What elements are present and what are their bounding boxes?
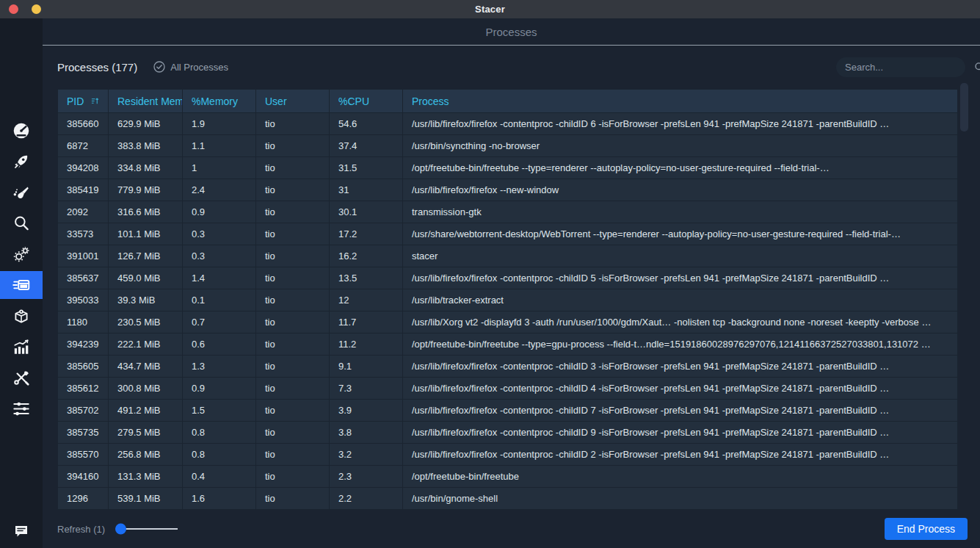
end-process-button[interactable]: End Process <box>885 518 968 540</box>
table-cell: 334.8 MiB <box>109 157 183 179</box>
sidebar-item-system-cleaner[interactable] <box>0 179 43 206</box>
sidebar-item-settings[interactable] <box>0 394 43 422</box>
column-header-user[interactable]: User <box>256 90 330 112</box>
table-cell: 101.1 MiB <box>109 223 183 245</box>
table-cell: /usr/lib/firefox/firefox -contentproc -c… <box>403 422 957 443</box>
table-row[interactable]: 385570256.8 MiB0.8tio3.2/usr/lib/firefox… <box>58 443 957 465</box>
table-cell: 459.0 MiB <box>109 267 183 289</box>
table-cell: 1.5 <box>183 400 256 421</box>
search-icon[interactable] <box>974 62 980 73</box>
table-row[interactable]: 6872383.8 MiB1.1tio37.4/usr/bin/syncthin… <box>58 134 957 156</box>
rocket-icon <box>12 152 31 171</box>
table-cell: 394208 <box>58 157 109 179</box>
table-row[interactable]: 391001126.7 MiB0.3tio16.2stacer <box>58 245 957 267</box>
table-cell: 39.3 MiB <box>109 289 183 311</box>
sidebar-item-feedback[interactable] <box>12 520 30 542</box>
table-cell: tio <box>256 378 330 399</box>
sidebar-item-processes[interactable] <box>0 271 43 299</box>
table-cell: 394239 <box>58 334 109 355</box>
table-row[interactable]: 394239222.1 MiB0.6tio11.2/opt/freetube-b… <box>58 333 957 355</box>
column-header-resident-memory[interactable]: Resident Memory <box>109 90 183 112</box>
main-area: Processes Processes (177) All Processes … <box>43 18 980 548</box>
table-cell: 12 <box>330 289 403 311</box>
slider-handle[interactable] <box>115 524 126 535</box>
sidebar-item-startup-apps[interactable] <box>0 148 43 176</box>
table-cell: 33573 <box>58 223 109 245</box>
table-row[interactable]: 385605434.7 MiB1.3tio9.1/usr/lib/firefox… <box>58 355 957 377</box>
search-input[interactable] <box>845 62 974 73</box>
speedometer-icon <box>12 121 31 140</box>
table-cell: stacer <box>403 245 957 267</box>
table-row[interactable]: 2092316.6 MiB0.9tio30.1transmission-gtk <box>58 201 957 223</box>
titlebar: Stacer <box>0 0 980 18</box>
table-cell: /usr/lib/firefox/firefox --new-window <box>403 179 957 201</box>
table-cell: tio <box>256 422 330 443</box>
search-box <box>836 57 965 77</box>
table-row[interactable]: 394208334.8 MiB1tio31.5/opt/freetube-bin… <box>58 156 957 179</box>
table-cell: /usr/bin/gnome-shell <box>403 488 957 509</box>
bar-chart-icon <box>12 337 31 356</box>
table-row[interactable]: 385702491.2 MiB1.5tio3.9/usr/lib/firefox… <box>58 399 957 421</box>
table-cell: 491.2 MiB <box>109 400 183 421</box>
table-row[interactable]: 394160131.3 MiB0.4tio2.3/opt/freetube-bi… <box>58 465 957 487</box>
table-row[interactable]: 385660629.9 MiB1.9tio54.6/usr/lib/firefo… <box>58 112 957 134</box>
table-cell: /usr/lib/firefox/firefox -contentproc -c… <box>403 113 957 134</box>
column-header-process[interactable]: Process <box>403 90 957 112</box>
table-cell: /usr/lib/firefox/firefox -contentproc -c… <box>403 267 957 289</box>
all-processes-toggle[interactable]: All Processes <box>153 61 228 73</box>
column-header-memory-percent[interactable]: %Memory <box>183 90 256 112</box>
table-cell: 16.2 <box>330 245 403 267</box>
table-cell: 131.3 MiB <box>109 466 183 487</box>
table-row[interactable]: 385637459.0 MiB1.4tio13.5/usr/lib/firefo… <box>58 267 957 289</box>
table-cell: 383.8 MiB <box>109 135 183 156</box>
table-cell: 316.6 MiB <box>109 201 183 223</box>
slider-track[interactable] <box>120 528 178 530</box>
table-cell: 0.9 <box>183 378 256 399</box>
table-row[interactable]: 33573101.1 MiB0.3tio17.2/usr/share/webto… <box>58 223 957 245</box>
table-cell: 300.8 MiB <box>109 378 183 399</box>
table-cell: tio <box>256 400 330 421</box>
table-cell: 0.1 <box>183 289 256 311</box>
table-cell: 0.8 <box>183 444 256 465</box>
table-cell: 1.4 <box>183 267 256 289</box>
table-cell: 6872 <box>58 135 109 156</box>
sidebar-item-search[interactable] <box>0 209 43 237</box>
sidebar-item-uninstaller[interactable] <box>0 302 43 330</box>
column-header-pid[interactable]: PID <box>58 90 109 112</box>
check-circle-icon <box>153 61 165 73</box>
sidebar-item-dashboard[interactable] <box>0 117 43 145</box>
table-cell: tio <box>256 444 330 465</box>
table-cell: tio <box>256 311 330 333</box>
sidebar-item-resources[interactable] <box>0 333 43 361</box>
table-cell: tio <box>256 113 330 134</box>
table-cell: 395033 <box>58 289 109 311</box>
table-cell: 9.1 <box>330 356 403 377</box>
table-row[interactable]: 385612300.8 MiB0.9tio7.3/usr/lib/firefox… <box>58 377 957 399</box>
package-icon <box>12 306 31 325</box>
table-cell: tio <box>256 488 330 509</box>
table-row[interactable]: 385419779.9 MiB2.4tio31/usr/lib/firefox/… <box>58 179 957 201</box>
table-cell: 391001 <box>58 245 109 267</box>
table-row[interactable]: 1180230.5 MiB0.7tio11.7/usr/lib/Xorg vt2… <box>58 311 957 333</box>
table-cell: transmission-gtk <box>403 201 957 223</box>
table-scrollbar-thumb[interactable] <box>960 83 968 131</box>
sidebar-item-services[interactable] <box>0 240 43 268</box>
toolbar: Processes (177) All Processes <box>57 46 973 87</box>
table-cell: 434.7 MiB <box>109 356 183 377</box>
table-cell: /usr/lib/firefox/firefox -contentproc -c… <box>403 444 957 465</box>
table-cell: tio <box>256 201 330 223</box>
table-cell: /opt/freetube-bin/freetube <box>403 466 957 487</box>
table-cell: 629.9 MiB <box>109 113 183 134</box>
table-cell: tio <box>256 334 330 355</box>
sidebar-item-helpers[interactable] <box>0 364 43 392</box>
table-cell: /usr/lib/tracker-extract <box>403 289 957 311</box>
column-header-cpu-percent[interactable]: %CPU <box>330 90 403 112</box>
table-cell: 1 <box>183 157 256 179</box>
table-row[interactable]: 39503339.3 MiB0.1tio12/usr/lib/tracker-e… <box>58 289 957 311</box>
table-cell: 1296 <box>58 488 109 509</box>
table-row[interactable]: 385735279.5 MiB0.8tio3.8/usr/lib/firefox… <box>58 421 957 443</box>
table-cell: 11.7 <box>330 311 403 333</box>
table-header-row: PID Resident Memory %Memory User %CPU Pr… <box>58 90 957 112</box>
table-cell: 0.6 <box>183 334 256 355</box>
table-row[interactable]: 1296539.1 MiB1.6tio2.2/usr/bin/gnome-she… <box>58 487 957 509</box>
